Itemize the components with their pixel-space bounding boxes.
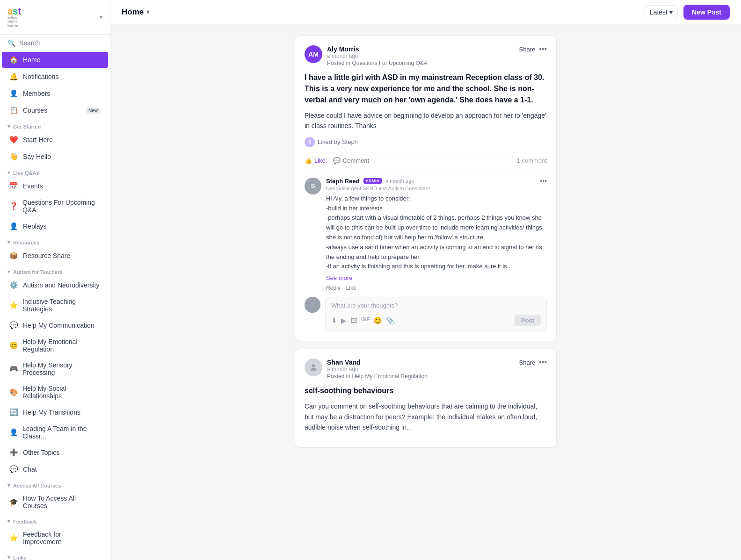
topbar-chevron-icon[interactable]: ▾ <box>146 8 150 15</box>
sidebar-item-inclusive[interactable]: ⭐ Inclusive Teaching Strategies <box>2 294 108 316</box>
comment-time: a month ago <box>385 178 414 184</box>
sidebar-item-notifications[interactable]: 🔔 Notifications <box>2 69 108 85</box>
sidebar-item-home-label: Home <box>23 56 40 64</box>
section-live-qas[interactable]: ▾ Live Q&As <box>0 165 110 178</box>
transitions-label: Help My Transitions <box>23 409 80 416</box>
sidebar-item-emotional[interactable]: 😊 Help My Emotional Regulation <box>2 334 108 357</box>
comment-icon: 💬 <box>333 157 341 164</box>
sidebar-item-resource-share[interactable]: 📦 Resource Share <box>2 248 108 264</box>
section-autism-teachers[interactable]: ▾ Autism for Teachers <box>0 264 110 277</box>
sidebar-item-members[interactable]: 👤 Members <box>2 86 108 101</box>
sidebar-item-autism-neuro[interactable]: ⚙️ Autism and Neurodiversity <box>2 277 108 293</box>
liked-by-text: Liked by Steph <box>318 138 358 145</box>
section-resources[interactable]: ▾ Resources <box>0 235 110 247</box>
post-category-link[interactable]: Help My Emotional Regulation <box>352 373 427 380</box>
section-feedback[interactable]: ▾ Feedback <box>0 514 110 526</box>
sidebar-item-other[interactable]: ➕ Other Topics <box>2 445 108 460</box>
paperclip-icon[interactable]: 📎 <box>386 316 395 325</box>
sidebar-item-courses-label: Courses <box>23 107 47 114</box>
section-links[interactable]: ▾ Links <box>0 550 110 560</box>
comment-button[interactable]: 💬 Comment <box>333 157 369 164</box>
page-title: Home <box>122 7 144 17</box>
post-category: Posted in Questions For Upcoming Q&A <box>327 60 428 66</box>
feedback-label: Feedback for Improvement <box>23 531 101 546</box>
sidebar-item-courses[interactable]: 📋 Courses New <box>2 102 108 118</box>
post-card: Shan Vand a month ago Posted in Help My … <box>295 349 557 448</box>
latest-button[interactable]: Latest ▾ <box>645 5 678 19</box>
gif-icon[interactable]: GIF <box>361 316 370 325</box>
reply-input-box[interactable]: ⬇ ▶ 🖼 GIF 😊 📎 Post <box>325 297 547 331</box>
sidebar-item-how-to-access[interactable]: 🎓 How To Access All Courses <box>2 491 108 513</box>
comment-like-button[interactable]: Like <box>346 285 356 291</box>
section-resources-label: Resources <box>13 240 39 245</box>
avatar-initials: AM <box>308 50 319 58</box>
svg-point-0 <box>312 364 315 367</box>
members-icon: 👤 <box>9 89 18 98</box>
sidebar-item-sensory[interactable]: 🎮 Help My Sensory Processing <box>2 358 108 380</box>
section-autism-teachers-label: Autism for Teachers <box>13 269 63 275</box>
section-chevron: ▾ <box>7 554 10 560</box>
new-post-label: New Post <box>692 8 721 16</box>
liked-avatar: S <box>305 137 315 147</box>
sidebar-item-communication[interactable]: 💬 Help My Communication <box>2 317 108 333</box>
post-category-link[interactable]: Questions For Upcoming Q&A <box>352 60 427 66</box>
attach-icon[interactable]: ⬇ <box>331 316 337 325</box>
video-icon[interactable]: ▶ <box>341 316 347 325</box>
post-meta: Aly Morris a month ago Posted in Questio… <box>327 45 428 66</box>
emotional-label: Help My Emotional Regulation <box>22 338 101 353</box>
comment-section: S Steph Reed ADMIN a month ago ••• Neuro… <box>305 171 547 331</box>
comment-author-left: Steph Reed ADMIN a month ago <box>326 178 414 185</box>
comment-bubble: Steph Reed ADMIN a month ago ••• Neurodi… <box>326 178 547 291</box>
reply-input[interactable] <box>331 302 541 309</box>
reply-button[interactable]: Reply <box>326 285 341 291</box>
sidebar-item-chat[interactable]: 💬 Chat <box>2 461 108 477</box>
sidebar-item-replays[interactable]: 👤 Replays <box>2 218 108 234</box>
share-button[interactable]: Share <box>519 46 535 53</box>
search-item[interactable]: 🔍 Search <box>0 35 110 51</box>
section-feedback-label: Feedback <box>13 519 37 524</box>
more-options-button[interactable]: ••• <box>539 359 547 366</box>
sensory-icon: 🎮 <box>9 365 18 373</box>
new-post-button[interactable]: New Post <box>683 5 730 20</box>
sidebar-collapse-chevron[interactable]: ▾ <box>100 14 102 21</box>
inclusive-label: Inclusive Teaching Strategies <box>22 298 101 313</box>
post-footer: 👍 Like 💬 Comment 1 comment <box>305 152 547 164</box>
autism-neuro-icon: ⚙️ <box>9 281 18 289</box>
share-button[interactable]: Share <box>519 359 535 366</box>
replays-label: Replays <box>23 223 47 230</box>
reply-tools: ⬇ ▶ 🖼 GIF 😊 📎 <box>331 316 395 325</box>
sidebar-item-members-label: Members <box>23 90 50 97</box>
post-reply-button[interactable]: Post <box>515 315 541 326</box>
social-icon: 🎨 <box>9 388 18 396</box>
section-chevron: ▾ <box>7 518 10 524</box>
feedback-icon: ⭐ <box>9 534 18 542</box>
sidebar-item-feedback[interactable]: ⭐ Feedback for Improvement <box>2 527 108 549</box>
social-label: Help My Social Relationships <box>22 385 101 400</box>
section-access-courses[interactable]: ▾ Access All Courses <box>0 478 110 490</box>
sidebar-item-social[interactable]: 🎨 Help My Social Relationships <box>2 381 108 403</box>
content-area: AM Aly Morris a month ago Posted in Ques… <box>110 24 741 560</box>
sidebar-item-transitions[interactable]: 🔄 Help My Transitions <box>2 404 108 420</box>
sidebar-logo: ast autismsupportteacher ▾ <box>0 0 110 35</box>
comment-author-row: Steph Reed ADMIN a month ago ••• <box>326 178 547 185</box>
sidebar-item-leading[interactable]: 👤 Leading A Team in the Classr... <box>2 421 108 444</box>
topbar: Home ▾ Latest ▾ New Post <box>110 0 741 24</box>
section-live-qas-label: Live Q&As <box>13 170 39 176</box>
comment-more-button[interactable]: ••• <box>540 178 547 184</box>
sensory-label: Help My Sensory Processing <box>22 361 101 376</box>
sidebar-item-start-here[interactable]: ❤️ Start Here <box>2 132 108 148</box>
see-more-link[interactable]: See more <box>326 274 352 281</box>
post-meta: Shan Vand a month ago Posted in Help My … <box>327 359 428 380</box>
post-title: self-soothing behaviours <box>305 385 547 396</box>
emoji-icon[interactable]: 😊 <box>373 316 382 325</box>
sidebar-item-questions[interactable]: ❓ Questions For Upcoming Q&A <box>2 195 108 217</box>
sidebar-item-say-hello[interactable]: 👋 Say Hello <box>2 149 108 165</box>
sidebar-item-events[interactable]: 📅 Events <box>2 178 108 194</box>
comment-text: Hi Aly, a few things to consider:-build … <box>326 194 547 272</box>
section-get-started[interactable]: ▾ Get Started <box>0 119 110 131</box>
more-options-button[interactable]: ••• <box>539 45 547 53</box>
image-icon[interactable]: 🖼 <box>350 316 357 325</box>
sidebar-item-home[interactable]: 🏠 Home <box>2 52 108 68</box>
post-body: Please could I have advice on beginning … <box>305 110 547 131</box>
like-button[interactable]: 👍 Like <box>305 157 326 164</box>
